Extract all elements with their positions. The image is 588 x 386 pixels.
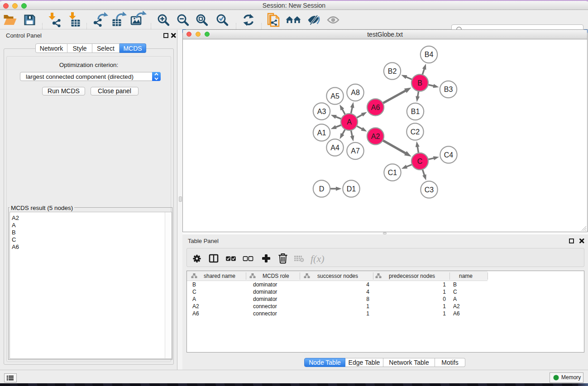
svg-text:A1: A1 <box>317 129 326 137</box>
svg-text:A: A <box>347 118 352 126</box>
svg-text:D1: D1 <box>347 185 356 193</box>
svg-text:A4: A4 <box>330 144 339 152</box>
svg-text:D: D <box>319 185 325 193</box>
svg-text:B3: B3 <box>444 86 453 93</box>
svg-text:f(x): f(x) <box>311 253 325 264</box>
svg-text:A5: A5 <box>330 92 339 100</box>
svg-text:C3: C3 <box>425 186 434 194</box>
svg-text:A8: A8 <box>351 89 360 96</box>
svg-text:C1: C1 <box>388 169 397 176</box>
svg-text:B: B <box>417 79 422 87</box>
svg-text:A6: A6 <box>371 104 380 111</box>
svg-text:B2: B2 <box>388 67 397 75</box>
svg-text:C4: C4 <box>444 151 454 159</box>
svg-text:C2: C2 <box>411 128 420 136</box>
svg-text:A2: A2 <box>371 133 380 140</box>
svg-text:A7: A7 <box>351 147 360 155</box>
svg-text:B4: B4 <box>425 51 434 58</box>
svg-text:A3: A3 <box>317 108 326 115</box>
svg-text:B1: B1 <box>411 108 420 115</box>
svg-text:C: C <box>417 157 423 165</box>
